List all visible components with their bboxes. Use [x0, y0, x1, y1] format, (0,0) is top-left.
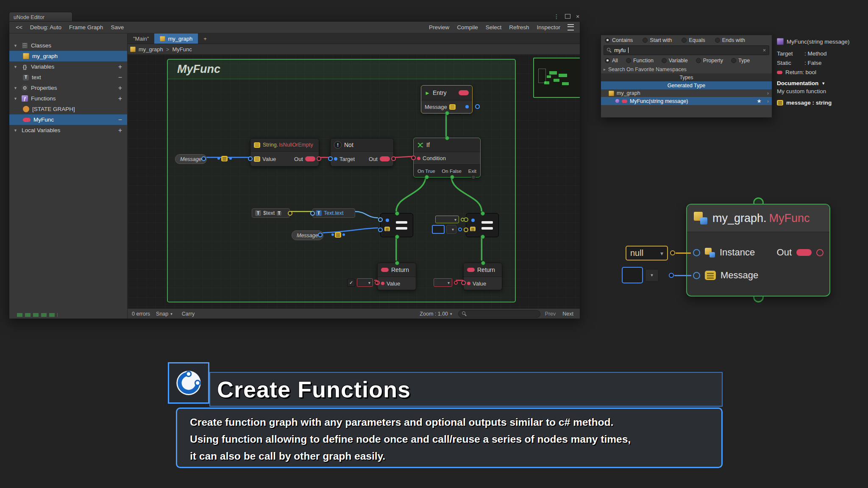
snap-button[interactable]: Snap ▾ — [153, 311, 176, 317]
add-variable-button[interactable]: + — [118, 63, 122, 71]
next-button[interactable]: Next — [560, 311, 576, 317]
minimap-viewport[interactable] — [538, 69, 546, 83]
refresh-button[interactable]: Refresh — [505, 22, 533, 33]
chevron-right-icon[interactable]: › — [767, 90, 769, 96]
add-local-variable-button[interactable]: + — [118, 127, 122, 134]
return-value-widget[interactable]: ✓ ▾ — [347, 278, 378, 287]
filter-property[interactable]: Property — [696, 58, 723, 64]
radio-start-with[interactable]: Start with — [643, 37, 672, 43]
prev-button[interactable]: Prev — [543, 311, 558, 317]
expander-icon[interactable]: ▼ — [14, 128, 19, 133]
expander-icon[interactable]: ▼ — [14, 97, 19, 101]
sidebar-item-variables[interactable]: ▼ {} Variables + — [9, 61, 127, 72]
message-output-port[interactable] — [465, 105, 469, 108]
breadcrumb-current[interactable]: MyFunc — [172, 46, 192, 53]
flow-in-port[interactable] — [395, 261, 399, 265]
window-tab[interactable]: uNode Editor — [9, 12, 72, 22]
flow-in-port[interactable] — [395, 211, 399, 216]
return-value-widget[interactable]: ▾ — [434, 278, 458, 287]
frame-graph-button[interactable]: Frame Graph — [65, 22, 107, 33]
message-value-widget[interactable]: ▾ — [622, 267, 659, 283]
radio-contains[interactable]: Contains — [605, 37, 633, 43]
remove-variable-button[interactable]: − — [118, 74, 122, 81]
string-convert-icon[interactable] — [335, 232, 341, 238]
flow-out-port[interactable] — [445, 111, 449, 115]
selector-search-input[interactable]: myfu × — [604, 45, 769, 55]
sidebar-item-properties[interactable]: ▼ Properties + — [9, 83, 127, 93]
sidebar-item-local-variables[interactable]: ▼ Local Variables + — [9, 125, 127, 136]
target-input-port[interactable] — [328, 156, 333, 161]
parameter-ring[interactable] — [318, 233, 323, 237]
message-value-box[interactable] — [622, 267, 643, 283]
instance-value-dropdown[interactable]: null ▾ — [626, 246, 668, 261]
preview-button[interactable]: Preview — [425, 22, 453, 33]
checkbox[interactable]: ✓ — [347, 279, 355, 287]
flow-in-port[interactable] — [481, 261, 485, 265]
minimap[interactable] — [533, 58, 580, 98]
out-output-port[interactable] — [391, 156, 396, 161]
dropdown[interactable]: ▾ — [357, 278, 373, 287]
parameter-ring[interactable] — [201, 156, 206, 161]
sidebar-item-text[interactable]: T text − — [9, 72, 127, 83]
inspector-button[interactable]: Inspector — [533, 22, 564, 33]
text-text-in-port[interactable] — [310, 211, 315, 216]
stext-out-port[interactable] — [288, 211, 292, 216]
save-button[interactable]: Save — [107, 22, 128, 33]
radio-equals[interactable]: Equals — [682, 37, 705, 43]
value-input-port[interactable] — [248, 156, 253, 161]
sidebar-item-functions[interactable]: ▼ ƒ Functions + — [9, 93, 127, 104]
equality-node[interactable] — [466, 213, 499, 237]
filter-function[interactable]: Function — [626, 58, 654, 64]
not-node[interactable]: ! Not Target Out — [330, 138, 394, 166]
graph-search-input[interactable] — [458, 310, 540, 318]
remove-function-button[interactable]: − — [118, 116, 122, 124]
filter-variable[interactable]: Variable — [662, 58, 688, 64]
filter-type[interactable]: Type — [731, 58, 750, 64]
flow-out-port[interactable] — [481, 235, 485, 239]
condition-input-port[interactable] — [411, 155, 416, 160]
add-tab-button[interactable]: + — [198, 33, 212, 44]
add-function-button[interactable]: + — [118, 95, 122, 103]
dropdown[interactable]: ▾ — [434, 278, 452, 287]
message-input-port[interactable] — [693, 272, 700, 279]
myfunc-call-node[interactable]: my_graph.MyFunc Instance Out Message — [686, 204, 830, 297]
return-node[interactable]: Return Value — [377, 263, 416, 290]
select-button[interactable]: Select — [482, 22, 506, 33]
flow-in-port[interactable] — [445, 136, 449, 140]
menu-icon[interactable] — [568, 24, 574, 30]
breadcrumb-root[interactable]: my_graph — [139, 46, 163, 53]
flow-in-port[interactable] — [481, 211, 485, 216]
types-group-header[interactable]: Types — [601, 73, 772, 81]
text-text-node[interactable]: T Text.text — [312, 208, 355, 218]
if-node[interactable]: If Condition On True On False Exit — [413, 138, 481, 177]
sidebar-item-classes[interactable]: ▼ Classes — [9, 40, 127, 51]
dropdown[interactable]: ▾ — [446, 225, 456, 234]
dropdown[interactable]: ▾ — [645, 269, 659, 282]
back-button[interactable]: << — [12, 22, 26, 33]
entry-message-ring[interactable] — [475, 104, 480, 109]
operand-b-port[interactable] — [464, 227, 468, 232]
favorite-namespaces-row[interactable]: ▸ Search On Favorite Namespaces — [601, 65, 772, 73]
tab-main[interactable]: "Main" — [128, 33, 154, 44]
radio-ends-with[interactable]: Ends with — [715, 37, 745, 43]
operand-a-port[interactable] — [378, 217, 383, 222]
graph-canvas[interactable]: MyFunc — [128, 55, 580, 308]
tab-my-graph[interactable]: my_graph — [154, 33, 198, 44]
sidebar-item-my-graph[interactable]: my_graph — [9, 51, 127, 61]
on-true-port[interactable] — [425, 175, 429, 179]
chevron-right-icon[interactable]: › — [767, 98, 769, 104]
out-output-port[interactable] — [317, 156, 321, 161]
expander-icon[interactable]: ▼ — [14, 86, 19, 90]
on-false-port[interactable] — [450, 175, 454, 179]
tree-item-my-graph[interactable]: my_graph › — [601, 89, 772, 97]
value-input-port[interactable] — [461, 280, 466, 285]
instance-input-port[interactable] — [693, 249, 700, 256]
stext-variable-node[interactable]: T $text T — [252, 208, 290, 218]
generated-type-row[interactable]: Generated Type — [601, 81, 772, 89]
flow-out-port[interactable] — [395, 235, 399, 239]
isnullorempty-node[interactable]: String.IsNullOrEmpty Value Out — [250, 138, 319, 166]
carry-button[interactable]: Carry — [178, 311, 198, 317]
value-dropdown-widget[interactable]: ▾ — [432, 225, 462, 234]
sidebar-item-myfunc[interactable]: MyFunc − — [9, 114, 127, 125]
sidebar-item-state-graph[interactable]: [STATE GRAPH] — [9, 104, 127, 114]
